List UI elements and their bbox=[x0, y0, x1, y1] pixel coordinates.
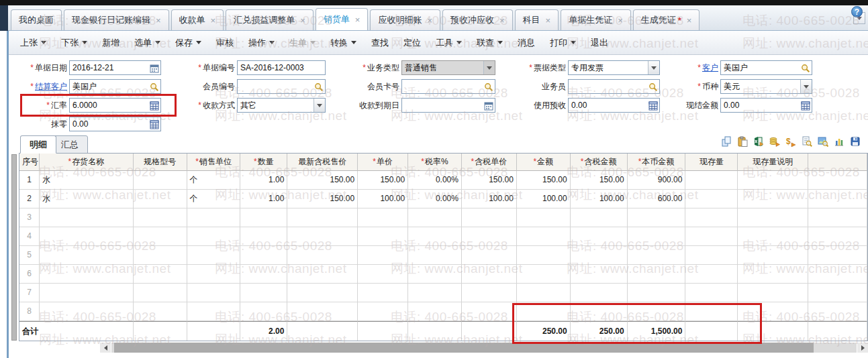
toolbar-item-11[interactable]: 定位 bbox=[396, 31, 428, 55]
member-card-input[interactable] bbox=[401, 79, 495, 94]
toolbar-item-15[interactable]: 打印 bbox=[542, 31, 583, 55]
customer-label[interactable]: *客户 bbox=[638, 60, 718, 75]
rounding-input[interactable]: 0.00 bbox=[69, 117, 161, 131]
due-date-input[interactable] bbox=[401, 98, 495, 113]
toolbar-item-4[interactable]: 选单 bbox=[127, 31, 168, 55]
tab-close-icon[interactable]: × bbox=[156, 16, 161, 25]
grid-cell: 1.00 bbox=[240, 190, 287, 208]
settle-customer-input[interactable]: 美国户 bbox=[69, 79, 161, 94]
grid-cell bbox=[462, 246, 517, 265]
toolbar-item-3[interactable]: 新增 bbox=[95, 31, 127, 55]
combo-button[interactable] bbox=[800, 80, 812, 93]
grid-cell bbox=[685, 171, 738, 190]
doc-no-input[interactable]: SA-2016-12-0003 bbox=[237, 60, 326, 75]
toolbar-item-7[interactable]: 操作 bbox=[241, 31, 282, 55]
payment-method-select[interactable]: 其它 bbox=[237, 98, 326, 113]
table-row[interactable]: 4 bbox=[19, 227, 867, 246]
column-header-label: 现存量 bbox=[700, 157, 724, 166]
tab-label: 我的桌面 bbox=[19, 14, 54, 26]
coin-batch-button[interactable] bbox=[767, 133, 782, 149]
tab-close-icon[interactable]: × bbox=[355, 15, 360, 24]
tab-10[interactable]: 生成凭证*× bbox=[633, 9, 700, 30]
tab-summary[interactable]: 汇总 bbox=[52, 135, 88, 154]
svg-text:$: $ bbox=[786, 137, 791, 146]
calc-icon-button[interactable] bbox=[800, 101, 810, 111]
copy-button[interactable] bbox=[719, 133, 734, 149]
toolbar-item-13[interactable]: 联查 bbox=[469, 31, 510, 55]
horizontal-scroll-thumb[interactable] bbox=[114, 343, 814, 353]
grid-cell bbox=[287, 302, 358, 321]
calc-icon-button[interactable] bbox=[149, 119, 159, 129]
toolbar-item-2[interactable]: 下张 bbox=[54, 31, 95, 55]
tab-close-icon[interactable]: × bbox=[546, 16, 551, 25]
doc-date-input[interactable]: 2016-12-21 bbox=[69, 60, 161, 75]
table-row[interactable]: 8 bbox=[19, 302, 867, 321]
tab-close-icon[interactable]: × bbox=[687, 16, 692, 25]
scroll-right-button[interactable] bbox=[857, 343, 868, 353]
save-button[interactable] bbox=[848, 133, 863, 149]
toolbar-item-10[interactable]: 查找 bbox=[364, 31, 396, 55]
table-row[interactable]: 7 bbox=[19, 284, 867, 302]
grid-cell bbox=[517, 246, 571, 265]
toolbar-item-14[interactable]: 消息 bbox=[510, 31, 542, 55]
toolbar-item-label: 保存 bbox=[175, 37, 193, 49]
totals-cell bbox=[685, 321, 738, 341]
tab-4[interactable]: 汇兑损益调整单× bbox=[226, 9, 314, 30]
field-label-text: 汇率 bbox=[51, 101, 67, 110]
cash-amount-input[interactable]: 0.00 bbox=[720, 98, 812, 113]
tab-6[interactable]: 应收明细账× bbox=[370, 9, 440, 30]
copy-icon bbox=[721, 136, 732, 147]
tab-detail[interactable]: 明细 bbox=[20, 135, 56, 154]
dropdown-arrow-icon bbox=[456, 41, 462, 44]
image-search-button[interactable] bbox=[816, 133, 830, 149]
required-star: * bbox=[68, 157, 72, 166]
toolbar-item-5[interactable]: 保存 bbox=[168, 31, 209, 55]
field-value: 6.0000 bbox=[73, 99, 97, 112]
tab-close-icon[interactable]: × bbox=[499, 16, 505, 25]
bar-chart-button[interactable] bbox=[832, 133, 847, 149]
tab-1[interactable]: 我的桌面 bbox=[11, 9, 62, 30]
tab-2[interactable]: 现金银行日记账编辑× bbox=[64, 9, 169, 30]
money-search-button[interactable]: $ bbox=[783, 133, 798, 149]
grid-header-row: 序号*存货名称规格型号*销售单位*数量最新含税售价*单价*税率%*含税单价*金额… bbox=[19, 154, 867, 171]
magnifier-icon-button[interactable] bbox=[800, 63, 810, 73]
tab-9[interactable]: 单据生凭证× bbox=[561, 9, 631, 30]
scroll-left-button[interactable] bbox=[100, 343, 111, 353]
toolbar-item-12[interactable]: 工具 bbox=[428, 31, 469, 55]
tab-close-icon[interactable]: × bbox=[211, 16, 216, 25]
grid-cell bbox=[738, 171, 808, 190]
tab-close-icon[interactable]: × bbox=[300, 16, 305, 25]
grid-cell: 150.00 bbox=[462, 171, 517, 190]
toolbar-item-6[interactable]: 审核 bbox=[209, 31, 241, 55]
paste-button[interactable] bbox=[735, 133, 750, 149]
grid-cell bbox=[685, 284, 738, 302]
help-icon[interactable]: ? bbox=[851, 6, 863, 17]
table-row[interactable]: 6 bbox=[19, 265, 867, 284]
settle-customer-label[interactable]: *结算客户 bbox=[0, 79, 67, 94]
toolbar-item-1[interactable]: 上张 bbox=[13, 31, 54, 55]
excel-export-button[interactable] bbox=[751, 133, 766, 149]
document-search-button[interactable] bbox=[800, 133, 814, 149]
tab-close-icon[interactable]: × bbox=[618, 16, 623, 25]
table-row[interactable]: 5 bbox=[19, 246, 867, 265]
toolbar-item-16[interactable]: 退出 bbox=[583, 31, 616, 55]
customer-input[interactable]: 美国户 bbox=[720, 60, 812, 75]
tab-close-icon[interactable]: × bbox=[427, 16, 432, 25]
field-value: 0.00 bbox=[73, 117, 88, 131]
currency-select[interactable]: 美元 bbox=[720, 79, 812, 94]
grid-cell bbox=[287, 284, 358, 302]
toolbar-item-9[interactable]: 转换 bbox=[323, 31, 364, 55]
tab-3[interactable]: 收款单× bbox=[171, 9, 224, 30]
member-no-label: 会员编号 bbox=[154, 79, 235, 94]
tab-7[interactable]: 预收冲应收× bbox=[442, 9, 513, 30]
table-row[interactable]: 1水个1.00150.00150.000.00%150.00150.00150.… bbox=[19, 171, 867, 190]
tab-5[interactable]: 销货单× bbox=[316, 8, 369, 30]
exchange-rate-input[interactable]: 6.0000 bbox=[69, 98, 161, 113]
grid-cell bbox=[40, 227, 134, 246]
tab-8[interactable]: 科目× bbox=[515, 9, 559, 30]
member-no-input[interactable] bbox=[237, 79, 326, 94]
grid-cell bbox=[240, 246, 287, 265]
grid-vertical-scrollbar[interactable] bbox=[11, 154, 17, 341]
table-row[interactable]: 2水个1.00150.00100.000.00%100.00100.00100.… bbox=[19, 190, 867, 208]
table-row[interactable]: 3 bbox=[19, 208, 867, 227]
